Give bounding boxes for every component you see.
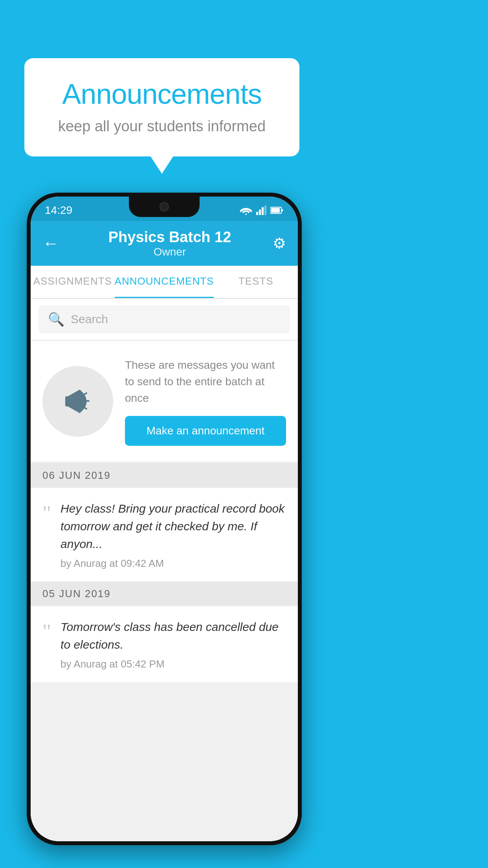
content-area: 🔍 Search <box>31 299 298 841</box>
svg-rect-1 <box>256 212 258 215</box>
phone-screen: 14:29 <box>31 197 298 841</box>
tabs-bar: ASSIGNMENTS ANNOUNCEMENTS TESTS <box>31 266 298 299</box>
phone-frame: 14:29 <box>27 193 302 845</box>
announcement-prompt: These are messages you want to send to t… <box>31 341 298 462</box>
svg-rect-12 <box>65 396 69 406</box>
announcement-text-2: Tomorrow's class has been cancelled due … <box>61 618 286 653</box>
app-bar-title: Physics Batch 12 <box>67 229 273 246</box>
announcement-item-2[interactable]: " Tomorrow's class has been cancelled du… <box>31 606 298 682</box>
announcement-content-2: Tomorrow's class has been cancelled due … <box>61 618 286 670</box>
app-bar-subtitle: Owner <box>67 246 273 258</box>
announcement-right: These are messages you want to send to t… <box>125 357 286 446</box>
speech-bubble-title: Announcements <box>48 78 276 110</box>
status-icons <box>240 206 284 215</box>
battery-icon <box>270 206 284 214</box>
speech-bubble-subtitle: keep all your students informed <box>48 118 276 135</box>
gear-icon[interactable]: ⚙ <box>273 235 286 252</box>
phone-camera <box>160 202 169 211</box>
svg-rect-7 <box>281 209 283 211</box>
search-placeholder: Search <box>71 313 108 326</box>
search-bar-container: 🔍 Search <box>31 299 298 340</box>
tab-assignments[interactable]: ASSIGNMENTS <box>31 266 115 298</box>
back-button[interactable]: ← <box>42 234 59 253</box>
svg-rect-6 <box>271 208 280 213</box>
quote-icon-2: " <box>42 621 51 642</box>
svg-rect-4 <box>264 206 266 215</box>
app-bar-title-area: Physics Batch 12 Owner <box>67 229 273 258</box>
announcement-description: These are messages you want to send to t… <box>125 357 286 406</box>
tab-tests[interactable]: TESTS <box>214 266 298 298</box>
svg-rect-2 <box>259 210 261 215</box>
search-input-wrapper[interactable]: 🔍 Search <box>39 305 290 333</box>
announcement-by-2: by Anurag at 05:42 PM <box>61 658 286 670</box>
announcement-by-1: by Anurag at 09:42 AM <box>61 557 286 570</box>
megaphone-circle <box>42 366 113 437</box>
date-separator-1: 06 JUN 2019 <box>31 463 298 488</box>
make-announcement-button[interactable]: Make an announcement <box>125 416 286 446</box>
speech-bubble: Announcements keep all your students inf… <box>24 58 299 156</box>
svg-rect-3 <box>262 207 264 215</box>
quote-icon-1: " <box>42 503 51 524</box>
announcement-item-1[interactable]: " Hey class! Bring your practical record… <box>31 488 298 581</box>
search-icon: 🔍 <box>48 311 64 327</box>
tab-announcements[interactable]: ANNOUNCEMENTS <box>115 266 214 298</box>
svg-point-0 <box>245 213 247 215</box>
wifi-icon <box>240 206 252 215</box>
phone-notch <box>129 197 200 217</box>
svg-marker-8 <box>68 390 80 413</box>
status-time: 14:29 <box>45 204 72 217</box>
date-separator-2: 05 JUN 2019 <box>31 581 298 606</box>
signal-icon <box>256 206 266 215</box>
app-bar: ← Physics Batch 12 Owner ⚙ <box>31 221 298 266</box>
announcement-content-1: Hey class! Bring your practical record b… <box>61 500 286 570</box>
megaphone-icon <box>58 384 97 419</box>
announcement-text-1: Hey class! Bring your practical record b… <box>61 500 286 553</box>
